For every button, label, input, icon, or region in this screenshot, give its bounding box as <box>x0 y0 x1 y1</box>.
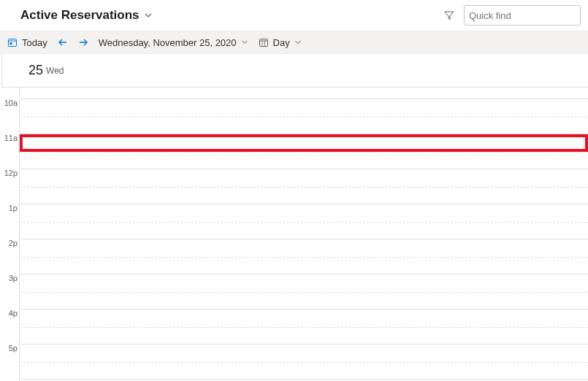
hour-row[interactable] <box>20 99 588 134</box>
current-date-label: Wednesday, November 25, 2020 <box>99 37 237 48</box>
hour-row[interactable] <box>20 88 588 99</box>
today-label: Today <box>22 37 47 48</box>
half-hour-line <box>20 292 588 293</box>
filter-icon[interactable] <box>443 9 455 21</box>
chevron-down-icon <box>294 39 302 46</box>
hour-row[interactable] <box>20 274 588 309</box>
half-hour-line <box>20 257 588 258</box>
date-picker[interactable]: Wednesday, November 25, 2020 <box>99 37 248 48</box>
page-title: Active Reservations <box>20 8 140 23</box>
half-hour-line <box>20 187 588 188</box>
half-hour-line <box>20 327 588 328</box>
search-box[interactable] <box>464 5 581 26</box>
hour-row[interactable] <box>20 239 588 274</box>
time-label: 3p <box>0 274 18 309</box>
hour-row[interactable] <box>20 204 588 239</box>
header-actions <box>443 5 581 26</box>
calendar-today-icon <box>7 37 18 47</box>
time-column: 10a11a12p1p2p3p4p5p <box>0 88 19 381</box>
calendar-toolbar: Today Wednesday, November 25, 2020 Day <box>0 31 588 54</box>
view-mode-picker[interactable]: Day <box>259 37 302 48</box>
calendar-icon <box>259 37 269 47</box>
search-input[interactable] <box>469 10 588 21</box>
svg-rect-5 <box>259 39 267 47</box>
hour-row[interactable] <box>20 345 588 380</box>
half-hour-line <box>20 222 588 223</box>
prev-day-button[interactable] <box>58 37 68 47</box>
time-label <box>0 88 18 99</box>
day-number: 25 <box>28 63 43 78</box>
half-hour-line <box>20 362 588 363</box>
view-selector[interactable]: Active Reservations <box>20 8 153 23</box>
calendar-grid[interactable]: 10a11a12p1p2p3p4p5p <box>0 88 588 381</box>
day-name: Wed <box>46 66 64 76</box>
hour-row[interactable] <box>20 169 588 204</box>
time-label: 1p <box>0 204 18 239</box>
view-mode-label: Day <box>273 37 290 48</box>
time-label: 12p <box>0 169 18 204</box>
calendar-day-header: 25 Wed <box>1 54 588 88</box>
svg-rect-4 <box>10 42 12 45</box>
half-hour-line <box>20 117 588 118</box>
time-label: 4p <box>0 309 18 345</box>
time-label: 5p <box>0 345 18 380</box>
chevron-down-icon <box>241 39 248 46</box>
next-day-button[interactable] <box>78 37 88 47</box>
svg-rect-2 <box>9 39 17 47</box>
hour-row[interactable] <box>20 309 588 345</box>
half-hour-line <box>20 152 588 153</box>
time-label: 2p <box>0 239 18 274</box>
today-button[interactable]: Today <box>7 37 47 48</box>
page-header: Active Reservations <box>0 0 588 31</box>
chevron-down-icon <box>144 11 153 20</box>
time-label: 11a <box>0 134 18 169</box>
day-column[interactable] <box>19 88 588 381</box>
hour-row[interactable] <box>20 134 588 169</box>
time-label: 10a <box>0 99 18 134</box>
